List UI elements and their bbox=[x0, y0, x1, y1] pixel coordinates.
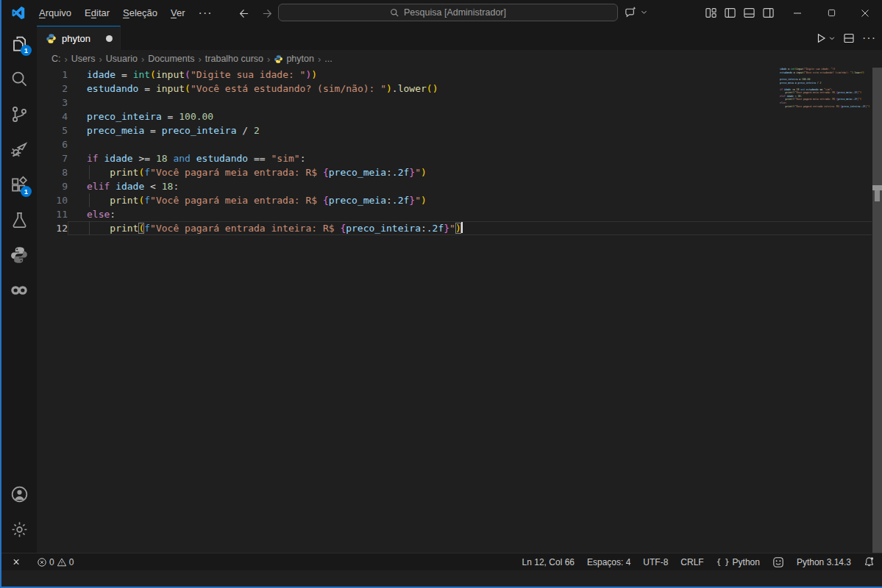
remote-indicator-button[interactable] bbox=[4, 553, 29, 571]
sidebar-item-search[interactable] bbox=[1, 61, 37, 96]
account-button[interactable] bbox=[1, 476, 37, 512]
scrollbar[interactable] bbox=[872, 68, 882, 553]
line-number[interactable]: 6 bbox=[37, 137, 68, 151]
menu-editar[interactable]: Editar bbox=[78, 4, 116, 21]
code-line[interactable]: 4preco_inteira = 100.00 bbox=[37, 110, 872, 123]
feedback-smiley-icon[interactable] bbox=[772, 556, 784, 568]
language-mode-button[interactable]: { } Python bbox=[716, 557, 760, 567]
code-text[interactable]: idade = int(input("Digite sua idade: ")) bbox=[68, 68, 872, 82]
breadcrumb-item[interactable]: Usuario bbox=[106, 54, 138, 64]
line-number[interactable]: 11 bbox=[37, 207, 68, 221]
encoding-button[interactable]: UTF-8 bbox=[643, 557, 668, 567]
code-line[interactable]: 9elif idade < 18: bbox=[37, 179, 872, 193]
more-actions-button[interactable]: ··· bbox=[862, 32, 876, 45]
error-icon bbox=[37, 557, 47, 567]
menu-ver[interactable]: Ver bbox=[164, 4, 192, 21]
code-text[interactable]: else: bbox=[68, 207, 872, 221]
line-number[interactable]: 1 bbox=[37, 68, 68, 82]
source-control-icon bbox=[10, 105, 29, 123]
indent-guide bbox=[89, 165, 90, 179]
code-text[interactable]: preco_inteira = 100.00 bbox=[68, 110, 872, 123]
chevron-right-icon: › bbox=[266, 54, 271, 65]
code-line[interactable]: 10 print(f"Você pagará meia entrada: R$ … bbox=[37, 193, 872, 207]
toggle-primary-sidebar-icon[interactable] bbox=[724, 7, 736, 19]
breadcrumb-item[interactable]: Documents bbox=[148, 54, 194, 64]
tab-phyton[interactable]: phyton bbox=[37, 26, 121, 50]
gear-icon bbox=[10, 520, 29, 539]
code-text[interactable] bbox=[68, 137, 872, 151]
python-interpreter-button[interactable]: Python 3.14.3 bbox=[797, 557, 851, 567]
line-number[interactable]: 7 bbox=[37, 151, 68, 165]
sidebar-item-extensions[interactable]: 1 bbox=[1, 167, 37, 202]
nav-forward-icon[interactable] bbox=[259, 5, 275, 21]
problems-button[interactable]: 0 0 bbox=[32, 557, 78, 567]
code-line[interactable]: 8 print(f"Você pagará meia entrada: R$ {… bbox=[37, 165, 872, 179]
scrollbar-slider[interactable] bbox=[875, 190, 880, 201]
line-number[interactable]: 10 bbox=[37, 193, 68, 207]
play-icon bbox=[815, 32, 827, 44]
minimap[interactable]: idade = int(input("Digite sua idade: "))… bbox=[780, 68, 872, 310]
line-number[interactable]: 2 bbox=[37, 82, 68, 96]
sidebar-item-explorer[interactable]: 1 bbox=[1, 26, 37, 61]
code-line[interactable]: 12 print(f"Você pagará entrada inteira: … bbox=[37, 221, 872, 235]
sidebar-item-python[interactable] bbox=[1, 237, 37, 273]
close-button[interactable] bbox=[848, 0, 882, 26]
code-text[interactable]: print(f"Você pagará meia entrada: R$ {pr… bbox=[68, 193, 872, 207]
cursor-position-button[interactable]: Ln 12, Col 66 bbox=[522, 557, 575, 567]
menu-arquivo[interactable]: Arquivo bbox=[32, 4, 78, 21]
code-text[interactable]: print(f"Você pagará entrada inteira: R$ … bbox=[68, 221, 872, 235]
line-number[interactable]: 9 bbox=[37, 179, 68, 193]
menu-more-button[interactable]: ··· bbox=[192, 4, 219, 23]
sidebar-item-testing[interactable] bbox=[1, 202, 37, 237]
breadcrumb-item[interactable]: ... bbox=[324, 54, 332, 64]
sidebar-item-run-debug[interactable] bbox=[1, 132, 37, 167]
tabs-bar: phyton ··· bbox=[37, 26, 882, 50]
code-text[interactable]: if idade >= 18 and estudando == "sim": bbox=[68, 151, 872, 165]
sidebar-item-infinity-extension[interactable] bbox=[1, 273, 37, 308]
code-text[interactable]: estudando = input("Você está estudando? … bbox=[68, 82, 872, 96]
bell-icon bbox=[864, 556, 875, 567]
nav-back-icon[interactable] bbox=[235, 5, 252, 21]
breadcrumb-item[interactable]: phyton bbox=[274, 54, 314, 64]
code-line[interactable]: 11else: bbox=[37, 207, 872, 221]
customize-layout-icon[interactable] bbox=[705, 7, 717, 19]
breadcrumb-item[interactable]: C: bbox=[51, 54, 61, 64]
maximize-button[interactable] bbox=[814, 0, 848, 26]
editor-actions: ··· bbox=[815, 26, 876, 50]
search-icon bbox=[10, 70, 29, 88]
code-line[interactable]: 5preco_meia = preco_inteira / 2 bbox=[37, 123, 872, 137]
eol-button[interactable]: CRLF bbox=[680, 557, 703, 567]
code-line[interactable]: 7if idade >= 18 and estudando == "sim": bbox=[37, 151, 872, 165]
sidebar-item-source-control[interactable] bbox=[1, 96, 37, 132]
code-text[interactable]: elif idade < 18: bbox=[68, 179, 872, 193]
line-number[interactable]: 3 bbox=[37, 96, 68, 110]
menu-seleção[interactable]: Seleção bbox=[116, 4, 164, 21]
code-line[interactable]: 2estudando = input("Você está estudando?… bbox=[37, 82, 872, 96]
run-button[interactable] bbox=[815, 32, 836, 44]
toggle-panel-icon[interactable] bbox=[743, 7, 755, 19]
code-text[interactable] bbox=[68, 96, 872, 110]
breadcrumb-item[interactable]: trabalho curso bbox=[205, 54, 263, 64]
settings-button[interactable] bbox=[1, 512, 37, 547]
line-number[interactable]: 4 bbox=[37, 110, 68, 123]
toggle-secondary-sidebar-icon[interactable] bbox=[762, 7, 775, 19]
code-line[interactable]: 1idade = int(input("Digite sua idade: ")… bbox=[37, 68, 872, 82]
search-input[interactable]: Pesquisa [Administrador] bbox=[278, 4, 618, 21]
line-number[interactable]: 8 bbox=[37, 165, 68, 179]
notifications-button[interactable] bbox=[864, 556, 875, 567]
minimize-button[interactable] bbox=[780, 0, 814, 26]
infinity-icon bbox=[10, 281, 29, 300]
split-editor-icon[interactable] bbox=[843, 32, 855, 44]
breadcrumb-item[interactable]: Users bbox=[71, 54, 96, 64]
line-number[interactable]: 12 bbox=[37, 221, 68, 235]
line-number[interactable]: 5 bbox=[37, 123, 68, 137]
copilot-button[interactable] bbox=[624, 5, 648, 19]
code-line[interactable]: 3 bbox=[37, 96, 872, 110]
code-text[interactable]: print(f"Você pagará meia entrada: R$ {pr… bbox=[68, 165, 872, 179]
code-text[interactable]: preco_meia = preco_inteira / 2 bbox=[68, 123, 872, 137]
editor-pane[interactable]: 1idade = int(input("Digite sua idade: ")… bbox=[37, 68, 882, 553]
vscode-logo-icon[interactable] bbox=[11, 6, 25, 20]
code-line[interactable]: 6 bbox=[37, 137, 872, 151]
indentation-button[interactable]: Espaços: 4 bbox=[587, 557, 630, 567]
modified-dot-icon[interactable] bbox=[106, 35, 113, 42]
